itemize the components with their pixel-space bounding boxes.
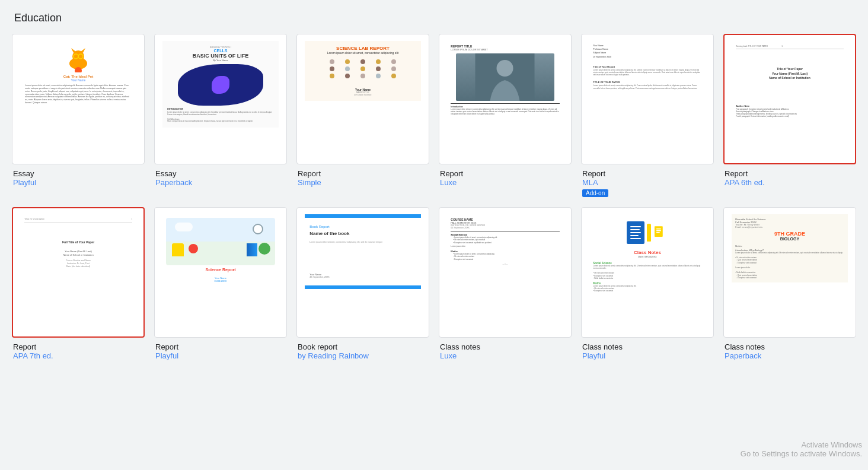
template-subtype: Playful — [155, 351, 287, 360]
template-subtype: Playful — [13, 178, 145, 187]
template-item-class-paperback[interactable]: Riverside School for ScienceFall Semeste… — [723, 207, 856, 360]
template-type: Class notes — [440, 342, 572, 351]
svg-rect-12 — [656, 230, 661, 231]
template-type: Essay — [155, 169, 287, 178]
template-label-book-report: Book report by Reading Rainbow — [296, 342, 429, 360]
template-type: Class notes — [582, 342, 714, 351]
template-item-report-luxe[interactable]: REPORT TITLE LOREM IPSUM DOLOR SIT AMET … — [439, 34, 572, 198]
template-thumb-report-simple[interactable]: SCIENCE LAB REPORT Lorem ipsum dolor sit… — [296, 34, 429, 164]
template-label-essay-playful: Essay Playful — [12, 169, 145, 187]
template-thumb-book-report[interactable]: Book Report Name of the book Lorem ipsum… — [296, 207, 429, 338]
svg-point-9 — [497, 60, 513, 77]
template-thumb-report-apa6[interactable]: Running head: TITLE OF YOUR PAPER 1 Titl… — [723, 34, 856, 164]
template-subtype: by Reading Rainbow — [298, 351, 429, 360]
template-label-report-playful: Report Playful — [154, 342, 287, 360]
template-item-report-apa6[interactable]: Running head: TITLE OF YOUR PAPER 1 Titl… — [723, 34, 856, 198]
template-label-report-apa6: Report APA 6th ed. — [723, 169, 856, 187]
template-type: Report — [155, 342, 287, 351]
template-label-class-paperback: Class notes Paperback — [723, 342, 856, 360]
template-type: Book report — [298, 342, 429, 351]
template-subtype: Luxe — [440, 351, 572, 360]
template-item-class-playful[interactable]: Class Notes Date: 09/04/20XX Social Scie… — [581, 207, 714, 360]
addon-badge: Add-on — [582, 189, 608, 197]
template-thumb-class-playful[interactable]: Class Notes Date: 09/04/20XX Social Scie… — [581, 207, 714, 338]
activate-watermark: Activate Windows Go to Settings to activ… — [741, 440, 862, 458]
template-item-book-report[interactable]: Book Report Name of the book Lorem ipsum… — [296, 207, 429, 360]
template-subtype: Luxe — [440, 178, 572, 187]
template-thumb-report-playful[interactable]: Science Report Your Name01/04/20XX — [154, 207, 287, 338]
template-item-report-simple[interactable]: SCIENCE LAB REPORT Lorem ipsum dolor sit… — [296, 34, 429, 198]
template-thumb-report-mla[interactable]: Your Name Professor Name Subject Name 10… — [581, 34, 714, 164]
template-type: Report — [582, 169, 714, 178]
template-subtype: APA 6th ed. — [725, 178, 856, 187]
template-subtype: Paperback — [725, 351, 856, 360]
template-type: Report — [13, 342, 145, 351]
svg-rect-13 — [656, 232, 660, 233]
template-subtype: Playful — [582, 351, 714, 360]
template-type: Class notes — [725, 342, 856, 351]
template-type: Essay — [13, 169, 145, 178]
svg-rect-11 — [656, 229, 661, 230]
template-label-class-luxe: Class notes Luxe — [439, 342, 572, 360]
template-label-report-mla: Report MLA Add-on — [581, 169, 714, 198]
page-title: Education — [12, 12, 856, 24]
template-item-essay-playful[interactable]: Cat: The Ideal Pet Your Name Lorem ipsum… — [12, 34, 145, 198]
template-item-report-playful[interactable]: Science Report Your Name01/04/20XX Repor… — [154, 207, 287, 360]
template-label-report-simple: Report Simple — [296, 169, 429, 187]
template-item-class-luxe[interactable]: COURSE NAME FALL SEMESTER 20XX INSTRUCTO… — [439, 207, 572, 360]
template-thumb-essay-playful[interactable]: Cat: The Ideal Pet Your Name Lorem ipsum… — [12, 34, 145, 164]
template-type: Report — [440, 169, 572, 178]
template-thumb-class-paperback[interactable]: Riverside School for ScienceFall Semeste… — [723, 207, 856, 338]
template-grid: Cat: The Ideal Pet Your Name Lorem ipsum… — [12, 34, 856, 360]
template-thumb-report-apa7[interactable]: TITLE OF YOUR PAPER 1 Full Title of Your… — [12, 207, 145, 338]
template-type: Report — [298, 169, 429, 178]
template-thumb-essay-paperback[interactable]: BIOLOGY TOPICS I CELLS BASIC UNITS OF LI… — [154, 34, 287, 164]
template-item-report-apa7[interactable]: TITLE OF YOUR PAPER 1 Full Title of Your… — [12, 207, 145, 360]
template-subtype: Paperback — [155, 178, 287, 187]
template-subtype: Simple — [298, 178, 429, 187]
svg-rect-10 — [655, 227, 663, 237]
template-subtype: MLA — [582, 178, 714, 187]
template-label-report-apa7: Report APA 7th ed. — [12, 342, 145, 360]
template-item-report-mla[interactable]: Your Name Professor Name Subject Name 10… — [581, 34, 714, 198]
template-thumb-class-luxe[interactable]: COURSE NAME FALL SEMESTER 20XX INSTRUCTO… — [439, 207, 572, 338]
template-label-essay-paperback: Essay Paperback — [154, 169, 287, 187]
template-label-report-luxe: Report Luxe — [439, 169, 572, 187]
template-thumb-report-luxe[interactable]: REPORT TITLE LOREM IPSUM DOLOR SIT AMET … — [439, 34, 572, 164]
template-item-essay-paperback[interactable]: BIOLOGY TOPICS I CELLS BASIC UNITS OF LI… — [154, 34, 287, 198]
template-subtype: APA 7th ed. — [13, 351, 145, 360]
template-label-class-playful: Class notes Playful — [581, 342, 714, 360]
template-type: Report — [725, 169, 856, 178]
